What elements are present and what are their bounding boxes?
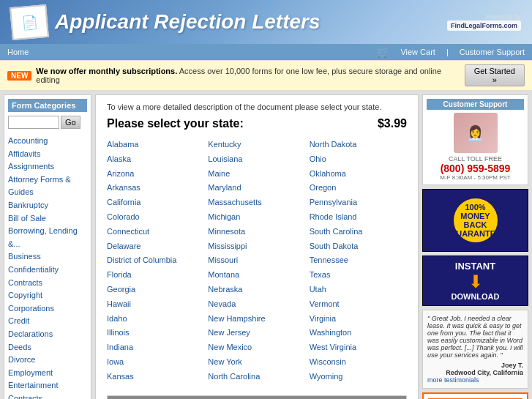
state-link[interactable]: Wyoming bbox=[310, 370, 407, 384]
sidebar-link[interactable]: Declarations bbox=[8, 328, 87, 341]
state-link[interactable]: Oklahoma bbox=[310, 167, 407, 182]
state-link[interactable]: New Jersey bbox=[208, 326, 305, 340]
sidebar-link[interactable]: Affidavits bbox=[8, 148, 87, 161]
state-link[interactable]: Minnesota bbox=[208, 225, 305, 239]
state-link[interactable]: Connecticut bbox=[107, 225, 204, 239]
state-link[interactable]: Massachusetts bbox=[208, 195, 305, 210]
sidebar-link[interactable]: Accounting bbox=[8, 135, 87, 148]
home-link[interactable]: Home bbox=[7, 48, 29, 56]
sidebar-link[interactable]: Entertainment Contracts ... bbox=[8, 379, 87, 399]
sidebar-link[interactable]: Credit bbox=[8, 315, 87, 328]
sidebar-link[interactable]: Assignments bbox=[8, 160, 87, 174]
state-link[interactable]: North Dakota bbox=[310, 138, 407, 152]
state-link[interactable]: New York bbox=[208, 355, 305, 370]
state-link[interactable]: Delaware bbox=[107, 239, 204, 254]
state-link[interactable]: Montana bbox=[208, 268, 305, 283]
state-link[interactable]: Maine bbox=[208, 167, 305, 182]
state-link[interactable]: New Hampshire bbox=[208, 312, 305, 327]
state-link[interactable]: Hawaii bbox=[107, 297, 204, 312]
sidebar-link[interactable]: Copyright bbox=[8, 289, 87, 302]
state-link[interactable]: Tennessee bbox=[310, 253, 407, 268]
state-link[interactable]: Rhode Island bbox=[310, 210, 407, 225]
state-link[interactable]: Arkansas bbox=[107, 181, 204, 195]
state-link[interactable]: Wisconsin bbox=[310, 355, 407, 370]
state-link[interactable]: Ohio bbox=[310, 152, 407, 167]
state-link[interactable]: Idaho bbox=[107, 312, 204, 327]
state-link[interactable]: South Carolina bbox=[310, 225, 407, 239]
header-title: Applicant Rejection Letters bbox=[55, 10, 321, 34]
state-link[interactable]: Illinois bbox=[107, 326, 204, 340]
view-cart-link[interactable]: View Cart bbox=[400, 48, 435, 56]
sidebar-link[interactable]: Contracts bbox=[8, 277, 87, 290]
state-link[interactable]: Mississippi bbox=[208, 239, 305, 254]
sidebar-link[interactable]: Deeds bbox=[8, 341, 87, 354]
state-link[interactable]: Florida bbox=[107, 268, 204, 283]
sidebar-link[interactable]: Borrowing, Lending &... bbox=[8, 225, 87, 250]
sidebar-link[interactable]: Corporations bbox=[8, 302, 87, 316]
state-link[interactable]: Michigan bbox=[208, 210, 305, 225]
search-button[interactable]: Go bbox=[61, 116, 80, 129]
state-link[interactable]: Texas bbox=[310, 268, 407, 283]
state-link[interactable]: New Mexico bbox=[208, 340, 305, 355]
promo-text: We now offer monthly subscriptions. Acce… bbox=[36, 67, 460, 84]
state-link[interactable]: South Dakota bbox=[310, 239, 407, 254]
guarantee-line2: GUARANTEE bbox=[450, 229, 501, 238]
main-content: To view a more detailed description of t… bbox=[95, 94, 419, 399]
brand-logo: FindLegalForms.com bbox=[447, 20, 521, 31]
state-link[interactable]: Kentucky bbox=[208, 138, 305, 152]
state-link[interactable]: North Carolina bbox=[208, 370, 305, 384]
state-link[interactable]: Indiana bbox=[107, 340, 204, 355]
instant-subtitle: DOWNLOAD bbox=[427, 292, 524, 301]
cs-title: Customer Support bbox=[427, 99, 524, 110]
state-link[interactable]: Louisiana bbox=[208, 152, 305, 167]
state-link[interactable]: Alaska bbox=[107, 152, 204, 167]
download-icon: ⬇ bbox=[427, 272, 524, 292]
promo-get-started-button[interactable]: Get Started » bbox=[465, 64, 525, 86]
state-link[interactable]: Washington bbox=[310, 326, 407, 340]
state-link[interactable]: District of Columbia bbox=[107, 253, 204, 268]
page-header: 📄 Applicant Rejection Letters Powered by… bbox=[0, 0, 532, 44]
cs-hours: M-F 8:30AM - 5:30PM PST bbox=[427, 174, 524, 181]
more-testimonials-link[interactable]: more testimonials bbox=[427, 376, 479, 384]
state-link[interactable]: California bbox=[107, 195, 204, 210]
testimonial-quote: " Great Job. I needed a clear lease. It … bbox=[427, 315, 523, 359]
sidebar-link[interactable]: Confidentiality bbox=[8, 264, 87, 277]
state-link[interactable]: Missouri bbox=[208, 253, 305, 268]
testimonial-author: Joey T. Redwood City, California bbox=[427, 362, 523, 376]
sidebar-link[interactable]: Bill of Sale bbox=[8, 212, 87, 225]
state-link[interactable]: Nebraska bbox=[208, 283, 305, 297]
instant-download-box: INSTANT ⬇ DOWNLOAD bbox=[422, 256, 528, 306]
customer-support-box: Customer Support 👩‍💼 CALL TOLL FREE (800… bbox=[422, 94, 528, 185]
state-link[interactable]: Georgia bbox=[107, 283, 204, 297]
sidebar-link[interactable]: Divorce bbox=[8, 354, 87, 367]
qa-title: Questions and Professional Answers bbox=[108, 396, 406, 399]
sidebar-link[interactable]: Employment bbox=[8, 367, 87, 380]
content-intro: To view a more detailed description of t… bbox=[107, 102, 407, 111]
navbar-left: Home bbox=[7, 47, 29, 57]
sidebar-links: AccountingAffidavitsAssignmentsAttorney … bbox=[8, 135, 87, 399]
state-link[interactable]: West Virginia bbox=[310, 340, 407, 355]
state-link[interactable]: Iowa bbox=[107, 355, 204, 370]
state-link[interactable]: Nevada bbox=[208, 297, 305, 312]
sidebar-link[interactable]: Bankruptcy bbox=[8, 199, 87, 212]
state-link[interactable]: Kansas bbox=[107, 370, 204, 384]
state-link[interactable]: Pennsylvania bbox=[310, 195, 407, 210]
search-input[interactable] bbox=[8, 116, 59, 129]
state-link[interactable]: Vermont bbox=[310, 297, 407, 312]
state-link[interactable]: Maryland bbox=[208, 181, 305, 195]
cs-phone[interactable]: (800) 959-5899 bbox=[427, 163, 524, 174]
state-link[interactable]: Alabama bbox=[107, 138, 204, 152]
customer-support-link[interactable]: Customer Support bbox=[460, 48, 525, 56]
state-link[interactable]: Utah bbox=[310, 283, 407, 297]
sidebar-title: Form Categories bbox=[8, 99, 87, 112]
state-link[interactable]: Virginia bbox=[310, 312, 407, 327]
promo-bar: NEW We now offer monthly subscriptions. … bbox=[0, 60, 532, 91]
state-link[interactable]: Arizona bbox=[107, 167, 204, 182]
price-label: $3.99 bbox=[378, 117, 407, 130]
qa-section: Questions and Professional Answers Right… bbox=[107, 395, 407, 399]
state-link[interactable]: Colorado bbox=[107, 210, 204, 225]
state-link[interactable]: Oregon bbox=[310, 181, 407, 195]
sidebar-link[interactable]: Attorney Forms & Guides bbox=[8, 174, 87, 199]
guarantee-line1: 100% MONEY BACK bbox=[450, 203, 501, 229]
sidebar-link[interactable]: Business bbox=[8, 250, 87, 264]
